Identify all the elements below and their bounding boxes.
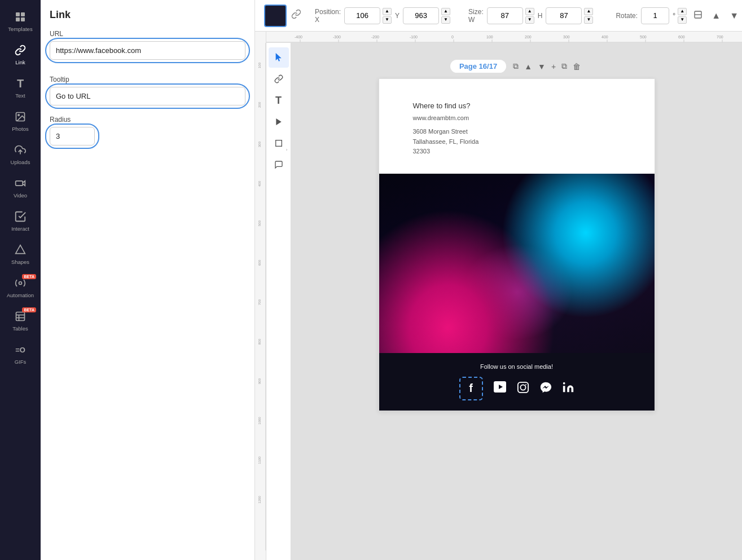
tooltip-input-wrap <box>50 87 245 105</box>
radius-input[interactable] <box>50 127 95 145</box>
page-up-btn[interactable]: ▲ <box>522 60 534 72</box>
tooltip-input[interactable] <box>50 87 245 105</box>
page-duplicate-btn[interactable]: ⧉ <box>559 60 569 72</box>
address-line3: 32303 <box>413 147 621 157</box>
up-button[interactable]: ▲ <box>709 8 723 23</box>
svg-marker-8 <box>16 245 25 254</box>
select-tool[interactable] <box>269 47 289 68</box>
page-indicator: Page 16/17 <box>450 60 506 73</box>
sidebar-item-templates[interactable]: Templates <box>0 5 41 38</box>
svg-text:1100: 1100 <box>258 456 261 464</box>
page-area[interactable]: Page 16/17 ⧉ ▲ ▼ + ⧉ 🗑 Where to find us? <box>291 43 742 560</box>
size-h-up[interactable]: ▲ <box>584 8 593 15</box>
page-down-btn[interactable]: ▼ <box>535 60 548 72</box>
link-panel: Link URL Tooltip Radius <box>41 0 255 560</box>
shapes-icon <box>14 243 27 257</box>
page-add-btn[interactable]: + <box>549 60 558 72</box>
svg-text:400: 400 <box>601 35 608 39</box>
position-y-up[interactable]: ▲ <box>441 8 450 15</box>
sidebar-item-interact[interactable]: Interact <box>0 204 41 237</box>
svg-text:-400: -400 <box>295 35 302 39</box>
top-toolbar: Position: X ▲ ▼ Y ▲ ▼ Size: W ▲ ▼ H <box>255 0 742 32</box>
link-tool[interactable] <box>269 69 289 89</box>
svg-text:100: 100 <box>258 62 261 68</box>
page-delete-btn[interactable]: 🗑 <box>570 60 583 72</box>
url-input[interactable] <box>50 41 245 60</box>
linkedin-icon[interactable] <box>562 381 574 396</box>
sidebar-item-gifs[interactable]: =O GIFs <box>0 337 41 371</box>
sidebar-item-text[interactable]: T Text <box>0 71 41 104</box>
messenger-icon[interactable] <box>539 381 552 396</box>
page-controls: ⧉ ▲ ▼ + ⧉ 🗑 <box>511 60 583 72</box>
comment-tool[interactable] <box>269 155 289 175</box>
canvas-wrapper: 100 200 300 400 500 600 700 800 900 1000… <box>255 32 742 560</box>
rotate-spinner: ▲ ▼ <box>678 8 687 24</box>
position-x-spinner: ▲ ▼ <box>383 8 392 24</box>
position-y-down[interactable]: ▼ <box>441 16 450 24</box>
social-icons-row: f <box>390 377 643 400</box>
position-group: Position: X ▲ ▼ Y ▲ ▼ <box>315 7 450 24</box>
svg-rect-1 <box>21 12 25 16</box>
size-w-down[interactable]: ▼ <box>525 16 534 24</box>
svg-text:700: 700 <box>717 35 723 39</box>
sidebar-item-shapes[interactable]: Shapes <box>0 237 41 271</box>
shape-tool[interactable]: › <box>269 133 289 153</box>
rotate-up[interactable]: ▲ <box>678 8 687 15</box>
svg-text:200: 200 <box>258 102 261 108</box>
svg-text:900: 900 <box>258 378 261 384</box>
rotate-down[interactable]: ▼ <box>678 16 687 24</box>
svg-text:-200: -200 <box>371 35 379 39</box>
sidebar-item-uploads[interactable]: Uploads <box>0 138 41 171</box>
video-tool[interactable] <box>269 112 289 132</box>
svg-marker-55 <box>276 118 281 125</box>
sidebar-item-tables[interactable]: BETA Tables <box>0 304 41 337</box>
svg-text:400: 400 <box>258 180 261 187</box>
text-tool[interactable]: T <box>269 90 289 111</box>
size-h-input[interactable] <box>546 7 582 24</box>
sidebar-item-automation[interactable]: BETA Automation <box>0 271 41 304</box>
address-block: 3608 Morgan Street Tallahassee, FL, Flor… <box>413 127 621 157</box>
position-x-down[interactable]: ▼ <box>383 16 392 24</box>
panel-title: Link <box>50 9 245 21</box>
down-button[interactable]: ▼ <box>727 8 741 23</box>
youtube-icon[interactable] <box>493 381 507 396</box>
sidebar-label-uploads: Uploads <box>11 159 30 165</box>
svg-rect-0 <box>16 12 20 16</box>
svg-text:300: 300 <box>258 141 261 147</box>
size-h-down[interactable]: ▼ <box>584 16 593 24</box>
text-icon: T <box>14 77 27 90</box>
sidebar-item-link[interactable]: Link <box>0 38 41 71</box>
svg-text:800: 800 <box>258 338 261 345</box>
link-chain-icon <box>291 9 301 22</box>
instagram-icon[interactable] <box>517 381 529 396</box>
position-y-input[interactable] <box>403 7 439 24</box>
svg-rect-58 <box>517 382 528 393</box>
gifs-icon: =O <box>14 343 27 356</box>
svg-text:1000: 1000 <box>258 417 261 425</box>
page-copy-btn[interactable]: ⧉ <box>511 60 521 72</box>
link-icon <box>14 43 27 57</box>
position-x-input[interactable] <box>344 7 380 24</box>
svg-point-5 <box>18 114 19 116</box>
sidebar-item-video[interactable]: Video <box>0 171 41 204</box>
svg-text:1200: 1200 <box>258 496 261 504</box>
sidebar-label-shapes: Shapes <box>11 259 29 265</box>
svg-text:700: 700 <box>258 299 261 305</box>
size-w-up[interactable]: ▲ <box>525 8 534 15</box>
rotate-input[interactable] <box>641 7 669 24</box>
svg-text:500: 500 <box>640 35 647 39</box>
facebook-icon[interactable]: f <box>459 377 483 400</box>
align-button[interactable] <box>691 8 705 24</box>
find-us-title: Where to find us? <box>413 102 621 110</box>
interact-icon <box>14 210 27 223</box>
sidebar-item-photos[interactable]: Photos <box>0 104 41 138</box>
sidebar-label-link: Link <box>15 59 25 65</box>
follow-text: Follow us on social media! <box>390 363 643 370</box>
sidebar-label-templates: Templates <box>8 26 32 32</box>
size-w-input[interactable] <box>487 7 523 24</box>
rotate-label: Rotate: <box>616 12 638 20</box>
position-y-spinner: ▲ ▼ <box>441 8 450 24</box>
position-x-label: Position: X <box>315 8 341 24</box>
position-x-up[interactable]: ▲ <box>383 8 392 15</box>
video-icon <box>14 177 27 190</box>
